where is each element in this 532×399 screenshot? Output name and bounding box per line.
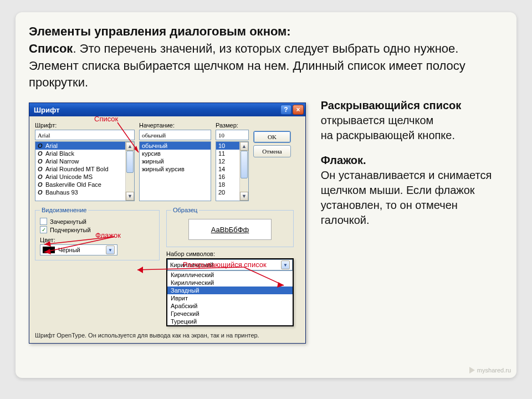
font-listbox[interactable]: ArialArial BlackArial NarrowArial Rounde… — [35, 141, 135, 201]
dropdown-item[interactable]: Турецкий — [167, 318, 293, 325]
list-item[interactable]: Arial Unicode MS — [35, 173, 134, 181]
charset-dropdown-panel[interactable]: КириллическийКириллическийЗападныйИвритА… — [167, 270, 293, 325]
annotation-dropdown: Раскрывающийся список — [183, 260, 267, 269]
dropdown-item[interactable]: Греческий — [167, 310, 293, 318]
dialog-title: Шрифт — [34, 106, 60, 114]
annotation-checkbox: Флажок — [95, 231, 121, 239]
annotation-list: Список — [94, 115, 118, 123]
side-text: Раскрывающийся список открывается щелчко… — [321, 98, 503, 238]
screenshot-wrap: Шрифт ? × Шрифт: ArialArial BlackArial N… — [29, 98, 311, 353]
list-item[interactable]: Arial Black — [35, 150, 134, 157]
list-item[interactable]: Arial Rounded MT Bold — [35, 165, 134, 173]
style-input[interactable] — [139, 130, 211, 140]
heading-title: Элементы управления диалоговым окном: — [29, 24, 291, 38]
dropdown-item[interactable]: Иврит — [167, 294, 293, 302]
scrollbar-size[interactable]: ▲ ▼ — [239, 142, 248, 201]
scroll-down-icon[interactable]: ▼ — [126, 192, 134, 201]
size-listbox[interactable]: 10111214161820 ▲ ▼ — [216, 141, 249, 201]
label-font: Шрифт: — [35, 122, 135, 129]
play-icon — [469, 367, 475, 374]
list-item[interactable]: курсив — [140, 150, 211, 157]
dropdown-item[interactable]: Арабский — [167, 302, 293, 310]
scroll-thumb[interactable] — [126, 151, 134, 173]
side-p2-bold: Флажок. — [321, 154, 366, 166]
color-value: Черный — [58, 247, 80, 253]
side-p1-rest: открывается щелчком на раскрывающей кноп… — [321, 114, 455, 141]
side-p1-bold: Раскрывающийся список — [321, 99, 462, 111]
size-input[interactable] — [216, 130, 249, 140]
cancel-button[interactable]: Отмена — [253, 145, 291, 157]
label-style: Начертание: — [139, 122, 211, 129]
list-item[interactable]: Baskerville Old Face — [35, 181, 134, 188]
side-p2-rest: Он устанавливается и снимается щелчком м… — [321, 169, 492, 226]
chevron-down-icon[interactable]: ▼ — [281, 260, 290, 269]
style-listbox[interactable]: обычныйкурсивжирныйжирный курсив — [139, 141, 211, 201]
effects-legend: Видоизменение — [40, 207, 88, 213]
underline-label: Подчеркнутый — [50, 227, 91, 233]
dialog-titlebar[interactable]: Шрифт ? × — [29, 103, 305, 116]
list-item[interactable]: Arial — [35, 142, 134, 150]
heading-body: . Это перечень значений, из которых след… — [29, 42, 466, 90]
help-icon[interactable]: ? — [280, 105, 291, 115]
ok-button[interactable]: OK — [253, 131, 291, 143]
list-item[interactable]: Bauhaus 93 — [35, 188, 134, 196]
font-hint: Шрифт OpenType. Он используется для выво… — [35, 332, 300, 339]
content-row: Шрифт ? × Шрифт: ArialArial BlackArial N… — [29, 98, 503, 353]
chevron-down-icon[interactable]: ▼ — [106, 245, 115, 254]
font-input[interactable] — [35, 130, 135, 140]
sample-legend: Образец — [171, 207, 199, 213]
dropdown-item[interactable]: Кириллический — [167, 279, 293, 287]
color-dropdown[interactable]: Черный ▼ — [40, 244, 117, 255]
sample-preview: АаBbБбФф — [188, 219, 272, 240]
heading-block: Элементы управления диалоговым окном: Сп… — [29, 23, 503, 91]
scrollbar[interactable]: ▲ ▼ — [125, 142, 134, 201]
dialog-body: Шрифт: ArialArial BlackArial NarrowArial… — [29, 116, 305, 343]
font-dialog: Шрифт ? × Шрифт: ArialArial BlackArial N… — [29, 103, 306, 344]
watermark: myshared.ru — [469, 367, 511, 374]
close-icon[interactable]: × — [293, 105, 304, 115]
strike-label: Зачеркнутый — [50, 218, 86, 225]
scroll-down-icon[interactable]: ▼ — [240, 192, 248, 201]
strike-checkbox[interactable]: Зачеркнутый — [40, 218, 155, 225]
scroll-up-icon[interactable]: ▲ — [126, 142, 134, 151]
label-size: Размер: — [216, 122, 249, 129]
watermark-text: myshared.ru — [477, 367, 511, 374]
label-charset: Набор символов: — [166, 250, 294, 257]
scroll-thumb[interactable] — [241, 151, 248, 178]
color-swatch — [43, 247, 55, 253]
list-item[interactable]: обычный — [140, 142, 211, 150]
scroll-up-icon[interactable]: ▲ — [240, 142, 248, 151]
heading-list-bold: Список — [29, 42, 73, 55]
list-item[interactable]: жирный — [140, 157, 211, 165]
dropdown-item[interactable]: Западный — [167, 287, 293, 294]
list-item[interactable]: Arial Narrow — [35, 157, 134, 165]
sample-group: Образец АаBbБбФф — [166, 207, 294, 247]
list-item[interactable]: жирный курсив — [140, 165, 211, 173]
dropdown-item[interactable]: Кириллический — [167, 271, 293, 279]
slide: Элементы управления диалоговым окном: Сп… — [16, 12, 516, 378]
